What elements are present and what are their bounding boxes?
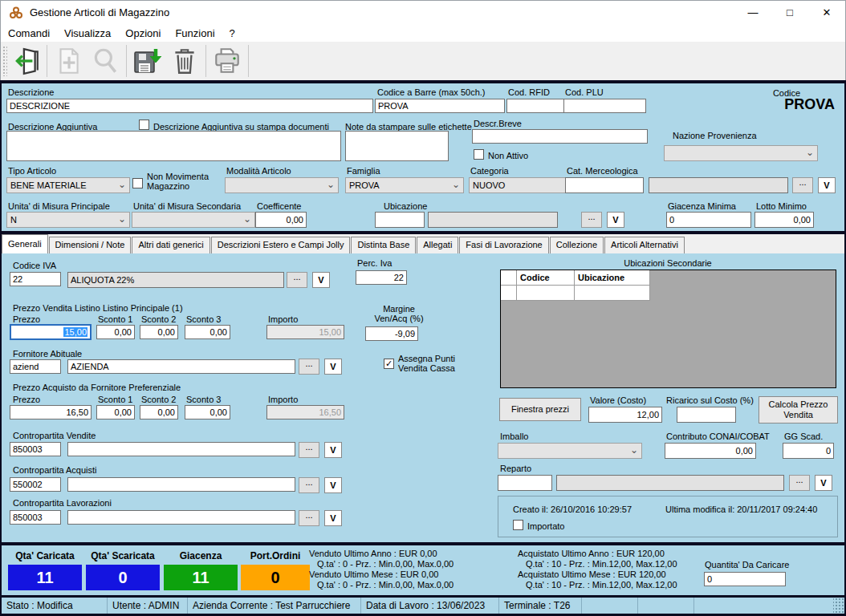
cat-merceologica-lookup-button[interactable]: ...: [792, 177, 813, 193]
lotto-minimo-field[interactable]: 0,00: [754, 212, 814, 228]
vendita-sconto3-field[interactable]: 0,00: [185, 325, 230, 339]
cat-merceologica-code-field[interactable]: [565, 177, 644, 193]
contropartita-acquisti-v-button[interactable]: V: [324, 477, 342, 493]
codice-iva-v-button[interactable]: V: [312, 272, 330, 288]
ubicazione-v-button[interactable]: V: [607, 212, 624, 228]
tab-descrizioni-estero[interactable]: Descrizioni Estero e Campi Jolly: [211, 237, 351, 253]
nazione-provenienza-select[interactable]: ⌄: [664, 145, 818, 161]
um-principale-select[interactable]: N ⌄: [6, 212, 130, 228]
assegna-punti-checkbox[interactable]: ✓: [384, 359, 394, 369]
descrizione-field[interactable]: DESCRIZIONE: [6, 99, 373, 113]
giacenza-value: 11: [164, 565, 238, 590]
contropartita-vendite-lookup-button[interactable]: ...: [299, 442, 319, 458]
modalita-articolo-select[interactable]: ⌄: [225, 177, 339, 193]
note-etichette-textarea[interactable]: [345, 131, 449, 161]
tab-fasi-lavorazione[interactable]: Fasi di Lavorazione: [459, 237, 548, 253]
acquisto-sconto1-field[interactable]: 0,00: [96, 405, 135, 419]
tab-distinta-base[interactable]: Distinta Base: [351, 237, 416, 253]
vendita-sconto2-field[interactable]: 0,00: [140, 325, 178, 339]
cod-plu-field[interactable]: [563, 99, 646, 113]
contropartita-vendite-desc-field[interactable]: [67, 442, 295, 456]
ubicazioni-secondarie-grid[interactable]: Codice Ubicazione: [500, 270, 836, 388]
minimize-button[interactable]: —: [734, 1, 771, 24]
status-stato: Stato : Modifica: [2, 598, 108, 614]
menu-visualizza[interactable]: Visualizza: [57, 26, 118, 41]
tab-altri-dati-generici[interactable]: Altri dati generici: [132, 237, 209, 253]
tab-allegati[interactable]: Allegati: [417, 237, 458, 253]
fornitore-v-button[interactable]: V: [324, 359, 342, 375]
contributo-field[interactable]: 0,00: [665, 443, 756, 459]
non-movimenta-checkbox[interactable]: [132, 178, 143, 188]
vendita-sconto1-field[interactable]: 0,00: [96, 325, 135, 339]
contropartita-acquisti-lookup-button[interactable]: ...: [299, 477, 319, 493]
codice-iva-desc-field: ALIQUOTA 22%: [67, 272, 284, 288]
descrizione-aggiuntiva-stampa-checkbox[interactable]: [139, 120, 149, 130]
acquisto-prezzo-field[interactable]: 16,50: [10, 405, 92, 419]
search-icon: [90, 46, 120, 76]
ubicazione-lookup-button[interactable]: ...: [581, 212, 602, 228]
finestra-prezzi-button[interactable]: Finestra prezzi: [499, 398, 581, 421]
tab-generali[interactable]: Generali: [2, 234, 48, 253]
exit-button[interactable]: [7, 43, 44, 79]
tab-collezione[interactable]: Collezione: [550, 237, 604, 253]
calcola-button-line1: Calcola Prezzo: [769, 399, 828, 410]
contropartita-acquisti-desc-field[interactable]: [67, 477, 295, 492]
menu-funzioni[interactable]: Funzioni: [168, 26, 222, 41]
contropartita-vendite-code-field[interactable]: 850003: [10, 442, 61, 456]
quantita-da-caricare-field[interactable]: 0: [704, 572, 786, 586]
ricarico-field[interactable]: [677, 407, 736, 423]
ubicazione-code-field[interactable]: [375, 212, 425, 228]
fornitore-lookup-button[interactable]: ...: [299, 359, 319, 375]
codice-barre-field[interactable]: PROVA: [375, 99, 505, 113]
valore-costo-field[interactable]: 12,00: [588, 407, 662, 423]
coefficente-field[interactable]: 0,00: [255, 212, 307, 228]
print-button[interactable]: [209, 43, 246, 79]
reparto-lookup-button[interactable]: ...: [789, 475, 810, 491]
descr-breve-field[interactable]: [472, 129, 648, 144]
giacenza-label: Giacenza: [164, 550, 238, 561]
contropartita-lavorazioni-code-field[interactable]: 850003: [10, 510, 61, 525]
importato-checkbox[interactable]: [513, 520, 523, 530]
codice-iva-code-field[interactable]: 22: [10, 272, 61, 286]
acquisto-sconto3-field[interactable]: 0,00: [185, 405, 230, 419]
status-empty-cell: [638, 598, 694, 614]
search-button[interactable]: [87, 43, 124, 79]
acquisto-importo-field: 16,50: [266, 405, 344, 419]
contropartita-lavorazioni-desc-field[interactable]: [67, 510, 295, 525]
contropartita-lavorazioni-lookup-button[interactable]: ...: [299, 510, 319, 526]
tab-dimensioni-note[interactable]: Dimensioni / Note: [49, 237, 132, 253]
tipo-articolo-select[interactable]: BENE MATERIALE ⌄: [6, 177, 130, 193]
cat-merceologica-v-button[interactable]: V: [818, 177, 836, 193]
maximize-button[interactable]: □: [771, 1, 808, 24]
save-button[interactable]: [129, 43, 166, 79]
perc-iva-field[interactable]: 22: [356, 270, 407, 285]
giacenza-minima-field[interactable]: 0: [666, 212, 751, 228]
vendita-prezzo-field[interactable]: 15,00: [10, 324, 92, 340]
famiglia-select[interactable]: PROVA ⌄: [345, 177, 464, 193]
contropartita-vendite-v-button[interactable]: V: [324, 442, 342, 458]
resize-grip[interactable]: [833, 598, 844, 614]
descrizione-label: Descrizione: [8, 87, 54, 97]
reparto-code-field[interactable]: [498, 475, 552, 491]
fornitore-code-field[interactable]: aziend: [10, 359, 61, 374]
imballo-select[interactable]: ⌄: [498, 443, 642, 459]
contropartita-lavorazioni-v-button[interactable]: V: [324, 510, 342, 526]
menu-comandi[interactable]: Comandi: [1, 26, 57, 41]
calcola-prezzo-vendita-button[interactable]: Calcola Prezzo Vendita: [759, 396, 838, 424]
um-secondaria-select[interactable]: ⌄: [132, 212, 255, 228]
delete-button[interactable]: [166, 43, 203, 79]
reparto-v-button[interactable]: V: [815, 475, 832, 491]
non-attivo-checkbox[interactable]: [474, 149, 484, 160]
close-button[interactable]: ✕: [808, 1, 845, 24]
codice-iva-lookup-button[interactable]: ...: [287, 272, 307, 288]
acquisto-sconto2-field[interactable]: 0,00: [140, 405, 178, 419]
fornitore-desc-field[interactable]: AZIENDA: [67, 359, 295, 374]
descrizione-aggiuntiva-textarea[interactable]: [6, 131, 341, 161]
menu-opzioni[interactable]: Opzioni: [118, 26, 168, 41]
tab-articoli-alternativi[interactable]: Articoli Alternativi: [604, 237, 685, 253]
contropartita-acquisti-code-field[interactable]: 550002: [10, 477, 61, 492]
menu-help[interactable]: ?: [222, 26, 242, 41]
gg-scad-field[interactable]: 0: [783, 443, 834, 459]
cod-rfid-field[interactable]: [506, 99, 564, 113]
new-button[interactable]: [50, 43, 87, 79]
